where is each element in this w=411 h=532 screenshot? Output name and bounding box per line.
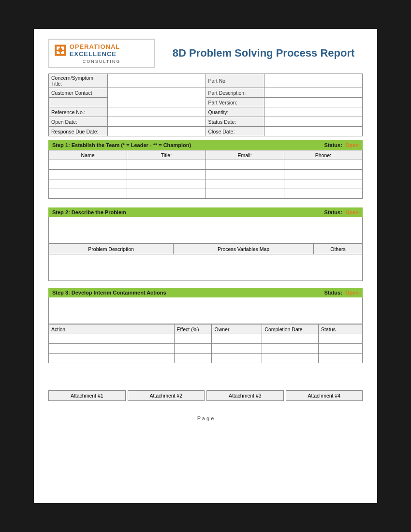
step3-title: Step 3: Develop Interim Containment Acti… [52, 290, 166, 296]
concern-value[interactable] [107, 74, 206, 88]
logo-sub: CONSULTING [83, 59, 120, 64]
page: Operational Excellence CONSULTING 8D Pro… [34, 29, 377, 503]
owner-cell[interactable] [212, 344, 262, 354]
attachment-2[interactable]: Attachment #2 [128, 390, 205, 401]
opendate-label: Open Date: [49, 117, 108, 127]
refno-label: Reference No.: [49, 107, 108, 117]
closedate-value[interactable] [264, 127, 363, 136]
step2-status-label: Status: [324, 209, 342, 215]
partdesc-value[interactable] [264, 88, 363, 98]
cell-email[interactable] [206, 160, 284, 170]
status-cell[interactable] [319, 344, 363, 354]
table-row [49, 344, 363, 354]
step2-attach-1[interactable]: Problem Description [49, 244, 174, 254]
attachment-4[interactable]: Attachment #4 [286, 390, 363, 401]
owner-cell[interactable] [212, 334, 262, 344]
action-cell[interactable] [49, 344, 175, 354]
col-phone: Phone: [284, 150, 362, 160]
completion-col-header: Completion Date [262, 325, 319, 334]
cell-email[interactable] [206, 170, 284, 179]
action-cell[interactable] [49, 354, 175, 363]
blank-label [49, 98, 108, 107]
svg-rect-5 [59, 48, 62, 52]
cell-title[interactable] [127, 189, 206, 199]
cell-phone[interactable] [284, 179, 362, 189]
page-footer: P a g e [48, 415, 363, 421]
logo-op-text: Operational [70, 43, 120, 50]
step2-lower-area [48, 254, 363, 281]
statusdate-value[interactable] [264, 117, 363, 127]
closedate-label: Close Date: [206, 127, 264, 136]
attachment-3[interactable]: Attachment #3 [206, 390, 284, 401]
cell-phone[interactable] [284, 160, 362, 170]
partno-label: Part No. [206, 74, 264, 88]
cell-title[interactable] [127, 179, 206, 189]
cell-name[interactable] [49, 189, 127, 199]
partdesc-label: Part Description: [206, 88, 264, 98]
cell-title[interactable] [127, 160, 206, 170]
statusdate-label: Status Date: [206, 117, 264, 127]
col-name: Name [49, 150, 127, 160]
qty-label: Quantity: [206, 107, 264, 117]
status-cell[interactable] [319, 354, 363, 363]
customer-value[interactable] [107, 88, 206, 107]
step2-attach-3[interactable]: Others [313, 244, 362, 254]
cell-name[interactable] [49, 179, 127, 189]
step3-status-label: Status: [324, 290, 342, 296]
partver-value[interactable] [264, 98, 363, 107]
logo-icon [54, 43, 67, 58]
step2-attach-2[interactable]: Process Variables Map [174, 244, 314, 254]
responsedue-label: Response Due Date: [49, 127, 108, 136]
info-table: Concern/Symptom Title: Part No. Customer… [48, 74, 363, 136]
cell-name[interactable] [49, 170, 127, 179]
step1-status-label: Status: [324, 142, 342, 148]
report-title: 8D Problem Solving Process Report [164, 47, 363, 59]
attachment-1[interactable]: Attachment #1 [48, 390, 126, 401]
step1-team-table: Name Title: Email: Phone: [48, 150, 363, 199]
step1-status-value: Open [345, 142, 359, 148]
completion-cell[interactable] [262, 344, 319, 354]
completion-cell[interactable] [262, 334, 319, 344]
action-cell[interactable] [49, 334, 175, 344]
cell-name[interactable] [49, 160, 127, 170]
partno-value[interactable] [264, 74, 363, 88]
step2-attach-table: Problem Description Process Variables Ma… [48, 244, 363, 254]
status-cell[interactable] [319, 334, 363, 344]
concern-label: Concern/Symptom Title: [49, 74, 108, 88]
completion-cell[interactable] [262, 354, 319, 363]
step2-content [48, 217, 363, 244]
action-table: Action Effect (%) Owner Completion Date … [48, 324, 363, 363]
status-col-header: Status [319, 325, 363, 334]
table-row [49, 334, 363, 344]
step3-status-value: Open [345, 290, 359, 296]
action-col-header: Action [49, 325, 175, 334]
step1-header: Step 1: Establish the Team (* = Leader -… [48, 140, 363, 150]
step1-title: Step 1: Establish the Team (* = Leader -… [52, 142, 191, 148]
lower-empty [48, 363, 363, 387]
cell-email[interactable] [206, 189, 284, 199]
table-row [49, 189, 363, 199]
step2-status-value: Open [345, 209, 359, 215]
step3-content [48, 297, 363, 324]
effect-cell[interactable] [174, 344, 212, 354]
cell-phone[interactable] [284, 189, 362, 199]
table-row [49, 354, 363, 363]
effect-cell[interactable] [174, 354, 212, 363]
col-email: Email: [206, 150, 284, 160]
cell-title[interactable] [127, 170, 206, 179]
qty-value[interactable] [264, 107, 363, 117]
cell-phone[interactable] [284, 170, 362, 179]
refno-value[interactable] [107, 107, 206, 117]
col-title: Title: [127, 150, 206, 160]
cell-email[interactable] [206, 179, 284, 189]
owner-cell[interactable] [212, 354, 262, 363]
partver-label: Part Version: [206, 98, 264, 107]
opendate-value[interactable] [107, 117, 206, 127]
table-row [49, 160, 363, 170]
attachments-row: Attachment #1 Attachment #2 Attachment #… [48, 390, 363, 401]
header: Operational Excellence CONSULTING 8D Pro… [48, 39, 363, 68]
effect-cell[interactable] [174, 334, 212, 344]
customer-label: Customer Contact [49, 88, 108, 98]
step2-header: Step 2: Describe the Problem Status: Ope… [48, 207, 363, 217]
responsedue-value[interactable] [107, 127, 206, 136]
